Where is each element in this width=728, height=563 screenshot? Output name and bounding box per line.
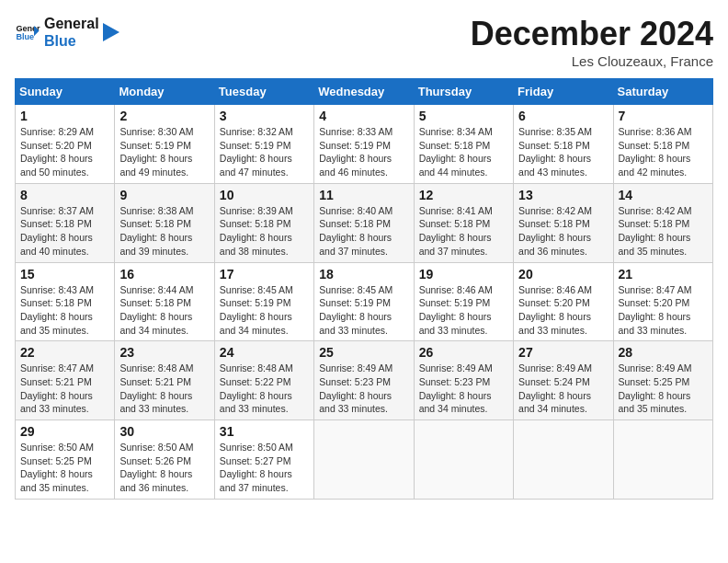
day-info: Sunrise: 8:48 AM Sunset: 5:21 PM Dayligh… <box>119 362 209 416</box>
column-header-thursday: Thursday <box>414 79 513 105</box>
day-number: 5 <box>419 109 508 123</box>
day-info: Sunrise: 8:37 AM Sunset: 5:18 PM Dayligh… <box>20 204 109 259</box>
day-info: Sunrise: 8:49 AM Sunset: 5:25 PM Dayligh… <box>619 362 708 416</box>
day-number: 22 <box>20 345 109 360</box>
column-header-sunday: Sunday <box>16 79 115 105</box>
day-info: Sunrise: 8:42 AM Sunset: 5:18 PM Dayligh… <box>518 204 608 259</box>
calendar-cell: 6 Sunrise: 8:35 AM Sunset: 5:18 PM Dayli… <box>514 105 613 184</box>
calendar-table: SundayMondayTuesdayWednesdayThursdayFrid… <box>15 78 713 500</box>
logo: General Blue General Blue <box>15 15 121 50</box>
day-number: 18 <box>319 267 408 282</box>
day-info: Sunrise: 8:46 AM Sunset: 5:20 PM Dayligh… <box>518 283 608 338</box>
calendar-cell: 24 Sunrise: 8:48 AM Sunset: 5:22 PM Dayl… <box>214 341 313 420</box>
day-number: 24 <box>220 345 309 360</box>
calendar-cell: 29 Sunrise: 8:50 AM Sunset: 5:25 PM Dayl… <box>16 420 115 500</box>
day-number: 20 <box>518 267 608 282</box>
day-number: 11 <box>319 188 408 202</box>
calendar-week-row: 22 Sunrise: 8:47 AM Sunset: 5:21 PM Dayl… <box>16 341 713 420</box>
day-info: Sunrise: 8:43 AM Sunset: 5:18 PM Dayligh… <box>20 283 109 338</box>
day-info: Sunrise: 8:38 AM Sunset: 5:18 PM Dayligh… <box>119 204 209 259</box>
day-number: 15 <box>20 267 109 282</box>
calendar-cell: 7 Sunrise: 8:36 AM Sunset: 5:18 PM Dayli… <box>613 105 712 184</box>
calendar-header-row: SundayMondayTuesdayWednesdayThursdayFrid… <box>16 79 713 105</box>
calendar-cell: 1 Sunrise: 8:29 AM Sunset: 5:20 PM Dayli… <box>16 105 115 184</box>
calendar-cell: 25 Sunrise: 8:49 AM Sunset: 5:23 PM Dayl… <box>314 341 414 420</box>
calendar-cell <box>613 420 712 500</box>
day-info: Sunrise: 8:36 AM Sunset: 5:18 PM Dayligh… <box>619 125 708 179</box>
day-number: 30 <box>119 424 209 439</box>
day-number: 16 <box>119 267 209 282</box>
calendar-cell: 30 Sunrise: 8:50 AM Sunset: 5:26 PM Dayl… <box>115 420 214 500</box>
calendar-cell: 8 Sunrise: 8:37 AM Sunset: 5:18 PM Dayli… <box>16 183 115 262</box>
day-number: 19 <box>419 267 508 282</box>
day-number: 14 <box>619 188 708 202</box>
calendar-cell: 22 Sunrise: 8:47 AM Sunset: 5:21 PM Dayl… <box>16 341 115 420</box>
day-number: 2 <box>119 109 209 123</box>
day-info: Sunrise: 8:41 AM Sunset: 5:18 PM Dayligh… <box>419 204 508 259</box>
calendar-cell: 27 Sunrise: 8:49 AM Sunset: 5:24 PM Dayl… <box>514 341 613 420</box>
day-info: Sunrise: 8:45 AM Sunset: 5:19 PM Dayligh… <box>220 283 309 338</box>
day-info: Sunrise: 8:33 AM Sunset: 5:19 PM Dayligh… <box>319 125 408 179</box>
calendar-cell <box>314 420 414 500</box>
calendar-cell: 4 Sunrise: 8:33 AM Sunset: 5:19 PM Dayli… <box>314 105 414 184</box>
logo-text-blue: Blue <box>44 32 99 50</box>
day-info: Sunrise: 8:50 AM Sunset: 5:25 PM Dayligh… <box>20 441 109 495</box>
day-number: 17 <box>220 267 309 282</box>
day-info: Sunrise: 8:48 AM Sunset: 5:22 PM Dayligh… <box>220 362 309 416</box>
calendar-cell: 11 Sunrise: 8:40 AM Sunset: 5:18 PM Dayl… <box>314 183 414 262</box>
day-info: Sunrise: 8:42 AM Sunset: 5:18 PM Dayligh… <box>619 204 708 259</box>
column-header-tuesday: Tuesday <box>214 79 313 105</box>
day-number: 13 <box>518 188 608 202</box>
month-title: December 2024 <box>471 15 713 53</box>
calendar-cell: 12 Sunrise: 8:41 AM Sunset: 5:18 PM Dayl… <box>414 183 513 262</box>
day-number: 29 <box>20 424 109 439</box>
day-info: Sunrise: 8:46 AM Sunset: 5:19 PM Dayligh… <box>419 283 508 338</box>
day-info: Sunrise: 8:47 AM Sunset: 5:20 PM Dayligh… <box>619 283 708 338</box>
calendar-cell <box>414 420 513 500</box>
column-header-friday: Friday <box>514 79 613 105</box>
calendar-cell: 18 Sunrise: 8:45 AM Sunset: 5:19 PM Dayl… <box>314 262 414 341</box>
calendar-cell: 15 Sunrise: 8:43 AM Sunset: 5:18 PM Dayl… <box>16 262 115 341</box>
day-number: 1 <box>20 109 109 123</box>
day-number: 27 <box>518 345 608 360</box>
calendar-cell: 26 Sunrise: 8:49 AM Sunset: 5:23 PM Dayl… <box>414 341 513 420</box>
calendar-cell: 21 Sunrise: 8:47 AM Sunset: 5:20 PM Dayl… <box>613 262 712 341</box>
day-info: Sunrise: 8:29 AM Sunset: 5:20 PM Dayligh… <box>20 125 109 179</box>
day-number: 4 <box>319 109 408 123</box>
calendar-cell: 19 Sunrise: 8:46 AM Sunset: 5:19 PM Dayl… <box>414 262 513 341</box>
day-info: Sunrise: 8:35 AM Sunset: 5:18 PM Dayligh… <box>518 125 608 179</box>
day-number: 31 <box>220 424 309 439</box>
calendar-cell: 14 Sunrise: 8:42 AM Sunset: 5:18 PM Dayl… <box>613 183 712 262</box>
day-number: 10 <box>220 188 309 202</box>
day-number: 21 <box>619 267 708 282</box>
day-info: Sunrise: 8:45 AM Sunset: 5:19 PM Dayligh… <box>319 283 408 338</box>
calendar-cell: 23 Sunrise: 8:48 AM Sunset: 5:21 PM Dayl… <box>115 341 214 420</box>
calendar-cell: 31 Sunrise: 8:50 AM Sunset: 5:27 PM Dayl… <box>214 420 313 500</box>
calendar-week-row: 8 Sunrise: 8:37 AM Sunset: 5:18 PM Dayli… <box>16 183 713 262</box>
header: General Blue General Blue December 2024 … <box>15 15 713 69</box>
day-number: 9 <box>119 188 209 202</box>
svg-text:Blue: Blue <box>16 33 34 42</box>
svg-marker-3 <box>103 23 119 41</box>
day-info: Sunrise: 8:44 AM Sunset: 5:18 PM Dayligh… <box>119 283 209 338</box>
calendar-cell: 2 Sunrise: 8:30 AM Sunset: 5:19 PM Dayli… <box>115 105 214 184</box>
calendar-week-row: 29 Sunrise: 8:50 AM Sunset: 5:25 PM Dayl… <box>16 420 713 500</box>
column-header-wednesday: Wednesday <box>314 79 414 105</box>
day-number: 23 <box>119 345 209 360</box>
calendar-cell: 16 Sunrise: 8:44 AM Sunset: 5:18 PM Dayl… <box>115 262 214 341</box>
day-number: 8 <box>20 188 109 202</box>
calendar-cell <box>514 420 613 500</box>
day-info: Sunrise: 8:47 AM Sunset: 5:21 PM Dayligh… <box>20 362 109 416</box>
calendar-cell: 20 Sunrise: 8:46 AM Sunset: 5:20 PM Dayl… <box>514 262 613 341</box>
day-info: Sunrise: 8:50 AM Sunset: 5:27 PM Dayligh… <box>220 441 309 495</box>
day-number: 25 <box>319 345 408 360</box>
calendar-cell: 17 Sunrise: 8:45 AM Sunset: 5:19 PM Dayl… <box>214 262 313 341</box>
title-area: December 2024 Les Clouzeaux, France <box>471 15 713 69</box>
day-number: 28 <box>619 345 708 360</box>
logo-arrow-icon <box>103 19 121 45</box>
day-info: Sunrise: 8:49 AM Sunset: 5:24 PM Dayligh… <box>518 362 608 416</box>
calendar-cell: 9 Sunrise: 8:38 AM Sunset: 5:18 PM Dayli… <box>115 183 214 262</box>
logo-text-general: General <box>44 15 99 32</box>
day-info: Sunrise: 8:39 AM Sunset: 5:18 PM Dayligh… <box>220 204 309 259</box>
day-number: 12 <box>419 188 508 202</box>
